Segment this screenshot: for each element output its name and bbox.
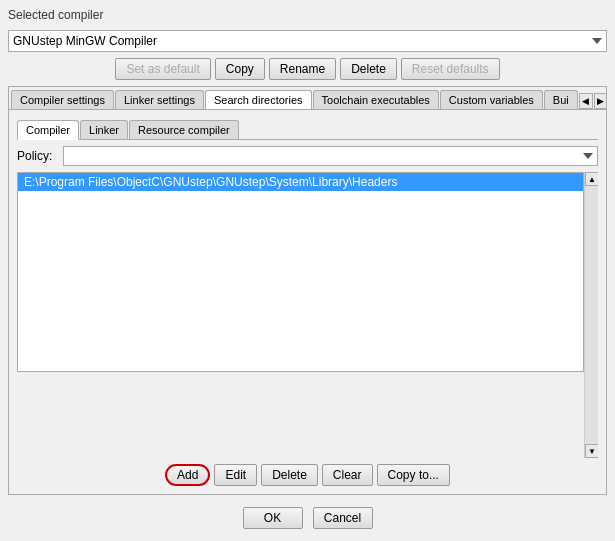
directory-list-wrapper: E:\Program Files\ObjectC\GNUstep\GNUstep…: [17, 172, 598, 458]
policy-row: Policy:: [17, 146, 598, 166]
reset-defaults-button[interactable]: Reset defaults: [401, 58, 500, 80]
set-as-default-button[interactable]: Set as default: [115, 58, 210, 80]
tab-compiler-settings[interactable]: Compiler settings: [11, 90, 114, 109]
toolbar-row: Set as default Copy Rename Delete Reset …: [8, 58, 607, 80]
cancel-button[interactable]: Cancel: [313, 507, 373, 529]
clear-button[interactable]: Clear: [322, 464, 373, 486]
selected-compiler-label: Selected compiler: [8, 8, 607, 22]
add-button[interactable]: Add: [165, 464, 210, 486]
inner-tab-resource-compiler[interactable]: Resource compiler: [129, 120, 239, 139]
tab-bui[interactable]: Bui: [544, 90, 578, 109]
compiler-row: GNUstep MinGW Compiler: [8, 30, 607, 52]
tabs-container: Compiler settings Linker settings Search…: [8, 86, 607, 495]
edit-button[interactable]: Edit: [214, 464, 257, 486]
tab-nav-next[interactable]: ▶: [594, 93, 606, 109]
directory-item[interactable]: E:\Program Files\ObjectC\GNUstep\GNUstep…: [18, 173, 583, 191]
tab-custom-variables[interactable]: Custom variables: [440, 90, 543, 109]
scroll-track: [585, 186, 598, 444]
main-container: Selected compiler GNUstep MinGW Compiler…: [0, 0, 615, 541]
bottom-row: OK Cancel: [8, 501, 607, 533]
scroll-down-button[interactable]: ▼: [585, 444, 598, 458]
delete-toolbar-button[interactable]: Delete: [340, 58, 397, 80]
directory-list: E:\Program Files\ObjectC\GNUstep\GNUstep…: [17, 172, 584, 372]
tab-search-directories[interactable]: Search directories: [205, 90, 312, 110]
policy-select[interactable]: [63, 146, 598, 166]
compiler-select[interactable]: GNUstep MinGW Compiler: [8, 30, 607, 52]
delete-button[interactable]: Delete: [261, 464, 318, 486]
tab-linker-settings[interactable]: Linker settings: [115, 90, 204, 109]
search-directories-content: Compiler Linker Resource compiler Policy…: [9, 110, 606, 494]
rename-button[interactable]: Rename: [269, 58, 336, 80]
scroll-up-button[interactable]: ▲: [585, 172, 598, 186]
tab-nav-prev[interactable]: ◀: [579, 93, 593, 109]
directory-list-inner: E:\Program Files\ObjectC\GNUstep\GNUstep…: [17, 172, 584, 458]
inner-tab-bar: Compiler Linker Resource compiler: [17, 118, 598, 140]
tab-toolchain-executables[interactable]: Toolchain executables: [313, 90, 439, 109]
policy-label: Policy:: [17, 149, 57, 163]
main-tab-bar: Compiler settings Linker settings Search…: [9, 87, 606, 110]
inner-tab-compiler[interactable]: Compiler: [17, 120, 79, 140]
action-row: Add Edit Delete Clear Copy to...: [17, 464, 598, 486]
ok-button[interactable]: OK: [243, 507, 303, 529]
copy-button[interactable]: Copy: [215, 58, 265, 80]
tab-nav-buttons: ◀ ▶: [579, 93, 606, 109]
scrollbar: ▲ ▼: [584, 172, 598, 458]
inner-tab-linker[interactable]: Linker: [80, 120, 128, 139]
copy-to-button[interactable]: Copy to...: [377, 464, 450, 486]
